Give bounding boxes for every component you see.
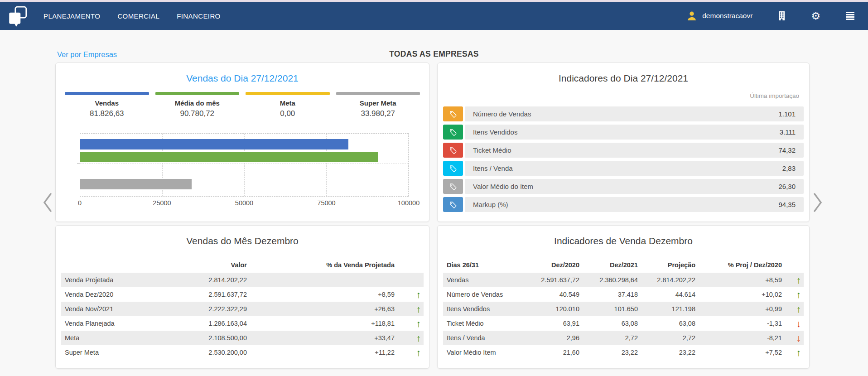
column-header-pct: % da Venda Projetada <box>247 261 398 269</box>
settings-gear-icon[interactable]: ⚙ <box>811 11 820 21</box>
tag-icon <box>443 106 463 121</box>
row-pct: +26,63 <box>247 305 398 313</box>
indicator-row: Itens Vendidos 3.111 <box>443 125 804 140</box>
x-tick-label: 75000 <box>317 199 335 207</box>
table-header: Valor % da Venda Projetada <box>61 259 424 271</box>
top-nav: PLANEJAMENTO COMERCIAL FINANCEIRO demons… <box>0 2 868 30</box>
column-header-dias: Dias 26/31 <box>443 261 520 269</box>
metric-value: 0,00 <box>246 109 330 118</box>
column-header-dez2020: Dez/2020 <box>520 261 579 269</box>
row-dez2020: 40.549 <box>520 291 579 298</box>
page-title: TODAS AS EMPRESAS <box>0 49 868 59</box>
trend-arrow <box>398 333 424 343</box>
row-dez2020: 120.010 <box>520 305 579 313</box>
row-valor: 2.530.200,00 <box>188 349 247 356</box>
row-valor: 2.108.500,00 <box>188 334 247 342</box>
trend-arrow <box>398 319 424 328</box>
tag-icon <box>443 197 463 212</box>
row-pct: +8,59 <box>695 276 788 284</box>
row-dez2021: 2.360.298,64 <box>579 276 638 284</box>
chart-bar-0 <box>80 139 348 149</box>
menu-icon[interactable] <box>846 11 854 21</box>
tag-icon <box>443 179 463 194</box>
indicator-value: 26,30 <box>778 183 796 190</box>
nav-menu-item[interactable]: FINANCEIRO <box>177 12 221 20</box>
row-dez2021: 101.650 <box>579 305 638 313</box>
indicator-body: Número de Vendas 1.101 <box>465 106 804 121</box>
row-label: Meta <box>61 334 188 342</box>
chart-bar-1 <box>80 152 378 163</box>
app-logo[interactable] <box>6 5 29 27</box>
company-building-icon[interactable] <box>778 11 786 21</box>
row-valor: 2.591.637,72 <box>188 291 247 298</box>
row-label: Ticket Médio <box>443 320 520 327</box>
table-row: Venda Planejada 1.286.163,04 +118,81 <box>61 316 424 331</box>
row-dez2020: 63,91 <box>520 320 579 327</box>
month-indicators-table: Vendas 2.591.637,72 2.360.298,64 2.814.2… <box>443 273 804 360</box>
table-row: Ticket Médio 63,91 63,08 63,08 -1,31 <box>443 316 804 331</box>
card-title: Vendas do Dia 27/12/2021 <box>56 73 429 84</box>
indicator-value: 2,83 <box>782 164 796 172</box>
carousel-next-button[interactable] <box>812 192 824 215</box>
table-row: Super Meta 2.530.200,00 +11,22 <box>61 345 424 360</box>
trend-arrow <box>398 304 424 314</box>
table-row: Valor Médio Item 21,60 23,22 23,22 +7,52 <box>443 345 804 360</box>
trend-arrow <box>398 290 424 299</box>
indicator-row: Valor Médio do Item 26,30 <box>443 179 804 194</box>
row-projecao: 2,72 <box>638 334 695 342</box>
trend-arrow <box>788 333 804 343</box>
nav-menu: PLANEJAMENTO COMERCIAL FINANCEIRO <box>43 12 221 20</box>
indicator-label: Itens Vendidos <box>473 128 517 136</box>
column-header-pct: % Proj / Dez/2020 <box>695 261 788 269</box>
row-pct: +7,52 <box>695 349 788 356</box>
day-metrics: Vendas 81.826,63 Média do mês 90.780,72 … <box>65 92 420 118</box>
metric-value: 90.780,72 <box>155 109 240 118</box>
indicator-label: Markup (%) <box>473 201 508 208</box>
row-dez2020: 2.591.637,72 <box>520 276 579 284</box>
nav-menu-item[interactable]: COMERCIAL <box>117 12 159 20</box>
table-row: Meta 2.108.500,00 +33,47 <box>61 331 424 345</box>
row-projecao: 44.614 <box>638 291 695 298</box>
indicator-value: 94,35 <box>778 201 796 208</box>
table-row: Venda Dez/2020 2.591.637,72 +8,59 <box>61 287 424 302</box>
indicator-value: 1.101 <box>778 110 796 118</box>
day-metric: Super Meta 33.980,27 <box>336 92 420 118</box>
row-label: Itens Vendidos <box>443 305 520 313</box>
table-row: Vendas 2.591.637,72 2.360.298,64 2.814.2… <box>443 273 804 287</box>
metric-value: 33.980,27 <box>336 109 420 118</box>
row-valor: 1.286.163,04 <box>188 320 247 327</box>
row-dez2021: 23,22 <box>579 349 638 356</box>
trend-arrow <box>788 304 804 314</box>
card-title: Indicadores de Venda Dezembro <box>438 236 809 246</box>
indicator-row: Ticket Médio 74,32 <box>443 143 804 158</box>
table-header: Dias 26/31 Dez/2020 Dez/2021 Projeção % … <box>443 259 804 271</box>
x-tick-label: 100000 <box>398 199 420 207</box>
metric-label: Meta <box>246 99 330 107</box>
indicator-value: 74,32 <box>778 146 796 154</box>
row-pct: +0,99 <box>695 305 788 313</box>
trend-arrow <box>788 290 804 299</box>
username[interactable]: demonstracaovr <box>702 12 752 20</box>
indicator-body: Ticket Médio 74,32 <box>465 143 804 158</box>
x-tick-label: 25000 <box>153 199 171 207</box>
indicator-body: Markup (%) 94,35 <box>465 197 804 212</box>
axis-tick <box>77 164 80 164</box>
row-dez2021: 37.418 <box>579 291 638 298</box>
row-valor: 2.222.322,29 <box>188 305 247 313</box>
metric-color-strip <box>246 92 330 95</box>
trend-arrow <box>788 348 804 357</box>
indicator-body: Itens / Venda 2,83 <box>465 161 804 176</box>
row-label: Número de Vendas <box>443 291 520 298</box>
row-pct: -8,21 <box>695 334 788 342</box>
carousel-prev-button[interactable] <box>42 192 53 215</box>
day-metric: Média do mês 90.780,72 <box>155 92 240 118</box>
metric-label: Média do mês <box>155 99 240 107</box>
column-header-valor: Valor <box>188 261 247 269</box>
indicator-row: Markup (%) 94,35 <box>443 197 804 212</box>
day-metric: Meta 0,00 <box>246 92 330 118</box>
card-title: Indicadores do Dia 27/12/2021 <box>438 73 809 84</box>
row-dez2021: 63,08 <box>579 320 638 327</box>
metric-value: 81.826,63 <box>65 109 149 118</box>
nav-menu-item[interactable]: PLANEJAMENTO <box>43 12 100 20</box>
indicator-label: Número de Vendas <box>473 110 531 118</box>
